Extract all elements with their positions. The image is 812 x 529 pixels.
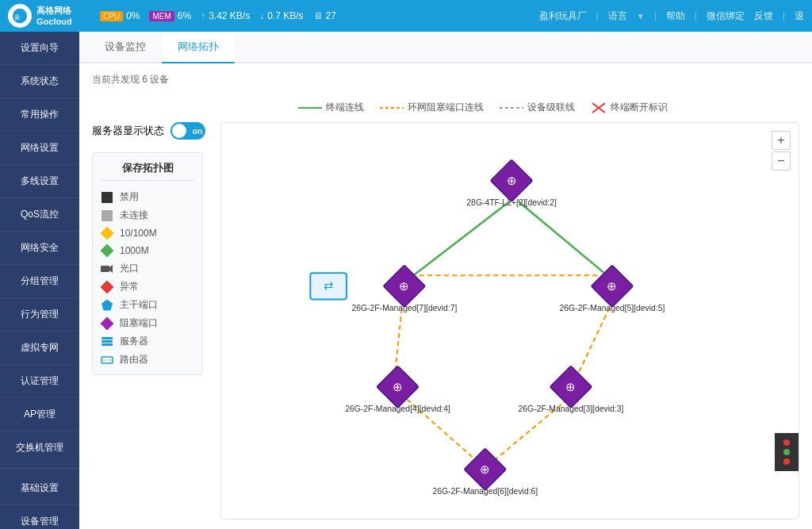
svg-text:⊕: ⊕ [507,174,517,187]
toggle-knob [172,124,186,138]
svg-text:26G-2F-Managed[5][devid:5]: 26G-2F-Managed[5][devid:5] [560,304,665,312]
status-dot-green [783,449,790,455]
router-icon [101,354,113,366]
purple-diamond-icon [101,317,113,330]
legend-cascade-line: 设备级联线 [500,101,575,114]
edge-root-n7 [403,201,510,284]
svg-marker-8 [109,265,113,273]
sidebar-item-vpn[interactable]: 虚拟专网 [0,332,79,365]
sidebar-item-behavior[interactable]: 行为管理 [0,298,79,332]
logo-icon: 云 [8,4,32,28]
server-toggle: 服务器显示状态 [92,122,211,140]
sidebar-item-group[interactable]: 分组管理 [0,265,79,298]
sidebar-item-auth[interactable]: 认证管理 [0,365,79,398]
feedback-button[interactable]: 反馈 [754,10,773,23]
legend-1000m: 1000M [101,244,194,257]
mem-value: 6% [178,10,191,21]
node-n6[interactable]: ⊕ 26G-2F-Managed[6][devid:6] [432,448,538,496]
tabs-bar: 设备监控 网络拓扑 [79,32,812,63]
svg-text:⊕: ⊕ [393,381,403,393]
more-button[interactable]: 退 [795,10,804,23]
current-user: 盈利玩具厂 [539,10,587,23]
svg-text:28G-4TF-L2+[2][devid:2]: 28G-4TF-L2+[2][devid:2] [466,198,557,207]
zoom-out-button[interactable]: − [772,151,791,171]
topbar-stats: CPU 0% MEM 6% ↑ 3.42 KB/s ↓ 0.7 KB/s 🖥 2… [100,10,527,21]
legend-optical: 光口 [101,262,194,275]
sidebar-item-switch[interactable]: 交换机管理 [0,431,79,465]
red-diamond-icon [101,281,113,293]
content-area: 设备监控 网络拓扑 当前共发现 6 设备 终端连线 环网阻塞端口连线 [79,32,812,529]
camera-icon [101,263,113,275]
svg-text:⊕: ⊕ [480,463,490,476]
monitor-stat: 🖥 27 [313,10,336,21]
cpu-value: 0% [126,10,140,21]
blue-pentagon-icon [101,299,113,312]
legend-server: 服务器 [101,335,194,348]
sidebar-item-devices[interactable]: 设备管理 [0,505,79,529]
svg-text:⊕: ⊕ [565,381,576,393]
status-dot-red2 [783,458,790,465]
sidebar-item-network[interactable]: 网络设置 [0,132,79,165]
svg-text:⇄: ⇄ [324,279,334,292]
logo-text: 高格网络 Gocloud [36,5,72,28]
sidebar-item-setup[interactable]: 设置向导 [0,32,79,65]
legend-top: 终端连线 环网阻塞端口连线 设备级联线 终端断开标识 [92,101,799,114]
tab-device-monitor[interactable]: 设备监控 [89,32,162,63]
topbar: 云 高格网络 Gocloud CPU 0% MEM 6% ↑ 3.42 KB/s… [0,0,812,32]
cpu-label: CPU [100,11,123,21]
monitor-value: 27 [326,10,336,21]
help-button[interactable]: 帮助 [666,10,685,23]
svg-rect-7 [101,266,109,272]
svg-text:⊕: ⊕ [607,280,617,293]
svg-text:26G-2F-Managed[4][devid:4]: 26G-2F-Managed[4][devid:4] [345,404,450,413]
legend-abnormal: 异常 [101,280,194,293]
zoom-in-button[interactable]: + [772,131,791,150]
server-toggle-label: 服务器显示状态 [92,124,164,138]
status-panel [775,433,799,471]
node-n7[interactable]: ⊕ 26G-2F-Managed[7][devid:7] [351,265,457,312]
svg-text:26G-2F-Managed[3][devid:3]: 26G-2F-Managed[3][devid:3] [519,404,624,413]
node-root[interactable]: ⊕ 28G-4TF-L2+[2][devid:2] [466,159,557,207]
node-n3[interactable]: ⊕ 26G-2F-Managed[3][devid:3] [519,366,624,413]
node-n5[interactable]: ⊕ 26G-2F-Managed[5][devid:5] [560,265,665,312]
green-diamond-icon [101,244,113,257]
zoom-controls: + − [772,131,791,171]
sidebar-item-common[interactable]: 常用操作 [0,98,79,132]
mem-label: MEM [149,11,174,21]
lang-button[interactable]: 语言 [608,10,627,23]
sidebar-item-ap[interactable]: AP管理 [0,398,79,431]
network-diagram: ⊕ 28G-4TF-L2+[2][devid:2] ⇄ ⊕ 26G- [220,122,799,519]
tab-network-topology[interactable]: 网络拓扑 [162,32,235,63]
sidebar-item-status[interactable]: 系统状态 [0,65,79,98]
legend-terminal-line: 终端连线 [298,101,364,114]
main-layout: 设置向导 系统状态 常用操作 网络设置 多线设置 QoS流控 网络安全 分组管理… [0,32,812,529]
yellow-diamond-icon [101,227,113,240]
wechat-button[interactable]: 微信绑定 [707,10,745,23]
server-toggle-switch[interactable] [170,122,205,140]
device-count: 当前共发现 6 设备 [92,73,169,86]
sidebar-item-qos[interactable]: QoS流控 [0,198,79,232]
node-n4[interactable]: ⊕ 26G-2F-Managed[4][devid:4] [345,366,450,413]
topology-wrapper: 服务器显示状态 保存拓扑图 禁用 [92,122,799,519]
edge-root-n5 [518,201,617,284]
legend-panel: 保存拓扑图 禁用 未连接 10/100M [92,152,203,375]
sidebar-item-multiline[interactable]: 多线设置 [0,165,79,198]
sidebar-item-security[interactable]: 网络安全 [0,232,79,265]
node-router[interactable]: ⇄ [310,273,347,299]
download-value: 0.7 KB/s [267,10,303,21]
mem-stat: MEM 6% [149,10,191,21]
black-square-icon [101,191,113,204]
svg-text:26G-2F-Managed[6][devid:6]: 26G-2F-Managed[6][devid:6] [432,487,538,496]
status-dot-red [783,439,790,446]
legend-ring-line: 环网阻塞端口连线 [380,101,484,114]
topology-svg: ⊕ 28G-4TF-L2+[2][devid:2] ⇄ ⊕ 26G- [221,123,799,519]
svg-text:26G-2F-Managed[7][devid:7]: 26G-2F-Managed[7][devid:7] [351,304,457,312]
sidebar-item-basic[interactable]: 基础设置 [0,472,79,505]
svg-text:⊕: ⊕ [399,280,409,293]
upload-stat: ↑ 3.42 KB/s [201,10,250,21]
legend-panel-title: 保存拓扑图 [101,161,194,181]
svg-text:云: 云 [14,13,20,21]
legend-disconnected: 未连接 [101,209,194,222]
legend-disabled: 禁用 [101,190,194,204]
server-stack-icon [101,335,113,348]
